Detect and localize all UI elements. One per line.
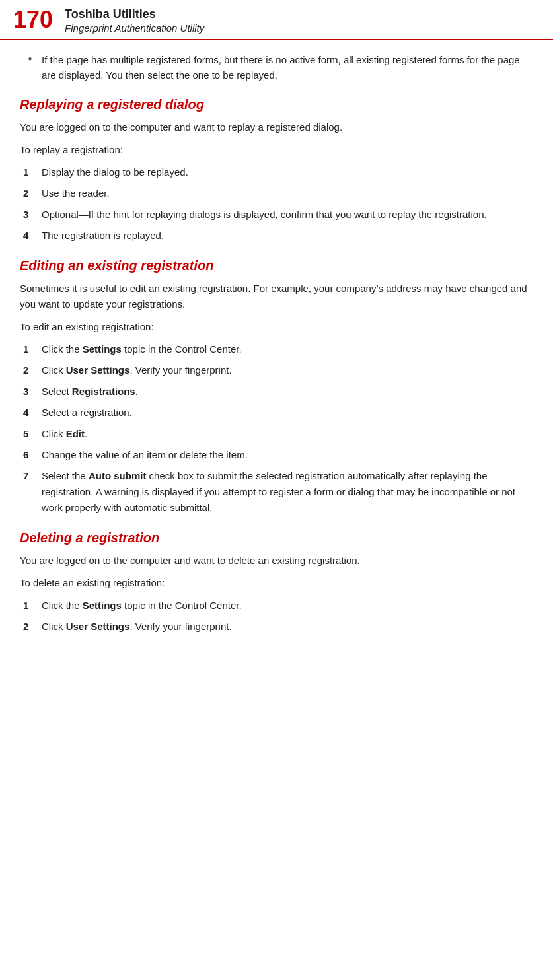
editing-step-2: 2 Click User Settings. Verify your finge… xyxy=(20,363,533,378)
deleting-step-1-text: Click the Settings topic in the Control … xyxy=(42,598,242,613)
editing-step-2-num: 2 xyxy=(23,363,42,378)
editing-step-1-num: 1 xyxy=(23,341,42,357)
deleting-steps-list: 1 Click the Settings topic in the Contro… xyxy=(20,598,533,635)
replaying-step-4-text: The registration is replayed. xyxy=(42,228,164,244)
page-content: ✦ If the page has multiple registered fo… xyxy=(0,40,553,658)
editing-step-7-text: Select the Auto submit check box to subm… xyxy=(42,468,533,516)
replaying-step-2: 2 Use the reader. xyxy=(20,186,533,201)
deleting-step-2-text: Click User Settings. Verify your fingerp… xyxy=(42,619,232,635)
editing-step-3-num: 3 xyxy=(23,384,42,400)
section-heading-replaying: Replaying a registered dialog xyxy=(20,96,533,113)
deleting-step-2: 2 Click User Settings. Verify your finge… xyxy=(20,619,533,635)
deleting-step-1: 1 Click the Settings topic in the Contro… xyxy=(20,598,533,613)
editing-step-5-num: 5 xyxy=(23,426,42,442)
editing-step-4: 4 Select a registration. xyxy=(20,405,533,421)
replaying-intro1: You are logged on to the computer and wa… xyxy=(20,120,533,135)
replaying-steps-list: 1 Display the dialog to be replayed. 2 U… xyxy=(20,164,533,244)
deleting-intro2: To delete an existing registration: xyxy=(20,575,533,591)
replaying-step-3-text: Optional—If the hint for replaying dialo… xyxy=(42,207,487,223)
editing-step-6: 6 Change the value of an item or delete … xyxy=(20,447,533,463)
editing-step-4-num: 4 xyxy=(23,405,42,421)
bullet-text-intro: If the page has multiple registered form… xyxy=(42,52,533,83)
editing-step-6-text: Change the value of an item or delete th… xyxy=(42,447,248,463)
replaying-step-4-num: 4 xyxy=(23,228,42,244)
replaying-step-3: 3 Optional—If the hint for replaying dia… xyxy=(20,207,533,223)
editing-intro1: Sometimes it is useful to edit an existi… xyxy=(20,281,533,312)
bullet-item-intro: ✦ If the page has multiple registered fo… xyxy=(20,52,533,83)
deleting-intro1: You are logged on to the computer and wa… xyxy=(20,553,533,569)
deleting-step-2-num: 2 xyxy=(23,619,42,635)
deleting-step-1-num: 1 xyxy=(23,598,42,613)
editing-step-7: 7 Select the Auto submit check box to su… xyxy=(20,468,533,516)
editing-step-7-num: 7 xyxy=(23,468,42,484)
page-header: 170 Toshiba Utilities Fingerprint Authen… xyxy=(0,0,553,40)
replaying-step-3-num: 3 xyxy=(23,207,42,223)
editing-steps-list: 1 Click the Settings topic in the Contro… xyxy=(20,341,533,516)
editing-step-1-text: Click the Settings topic in the Control … xyxy=(42,341,242,357)
section-heading-deleting: Deleting a registration xyxy=(20,529,533,546)
replaying-step-1-text: Display the dialog to be replayed. xyxy=(42,164,188,180)
header-titles: Toshiba Utilities Fingerprint Authentica… xyxy=(65,7,204,35)
replaying-step-2-num: 2 xyxy=(23,186,42,201)
sub-title: Fingerprint Authentication Utility xyxy=(65,22,204,35)
replaying-intro2: To replay a registration: xyxy=(20,142,533,158)
editing-step-5: 5 Click Edit. xyxy=(20,426,533,442)
replaying-step-1-num: 1 xyxy=(23,164,42,180)
editing-step-4-text: Select a registration. xyxy=(42,405,132,421)
editing-step-3: 3 Select Registrations. xyxy=(20,384,533,400)
editing-step-3-text: Select Registrations. xyxy=(42,384,138,400)
bullet-diamond-icon: ✦ xyxy=(26,54,34,64)
replaying-step-2-text: Use the reader. xyxy=(42,186,110,201)
editing-intro2: To edit an existing registration: xyxy=(20,319,533,335)
editing-step-6-num: 6 xyxy=(23,447,42,463)
replaying-step-1: 1 Display the dialog to be replayed. xyxy=(20,164,533,180)
section-heading-editing: Editing an existing registration xyxy=(20,257,533,274)
editing-step-1: 1 Click the Settings topic in the Contro… xyxy=(20,341,533,357)
editing-step-5-text: Click Edit. xyxy=(42,426,87,442)
page-number: 170 xyxy=(13,7,53,33)
editing-step-2-text: Click User Settings. Verify your fingerp… xyxy=(42,363,232,378)
main-title: Toshiba Utilities xyxy=(65,7,204,22)
replaying-step-4: 4 The registration is replayed. xyxy=(20,228,533,244)
